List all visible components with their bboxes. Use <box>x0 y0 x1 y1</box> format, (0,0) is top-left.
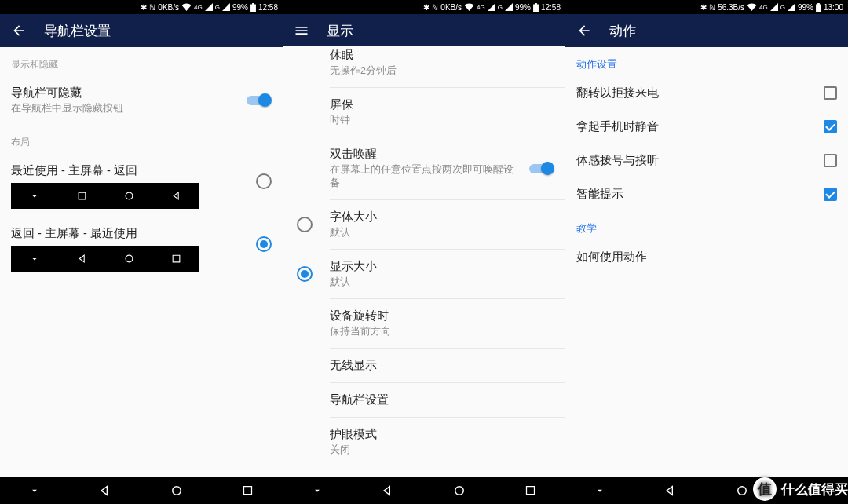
bluetooth-icon: ✱ <box>700 3 707 12</box>
back-arrow-icon[interactable] <box>11 23 27 38</box>
night-mode-row[interactable]: 护眼模式 关闭 <box>283 418 565 466</box>
bluetooth-icon: ✱ <box>423 3 429 12</box>
how-to-row[interactable]: 如何使用动作 <box>565 240 848 274</box>
appbar: 导航栏设置 <box>0 14 283 47</box>
nav-back-icon[interactable] <box>663 484 676 497</box>
nav-back-icon[interactable] <box>381 484 393 497</box>
chevron-down-icon <box>20 246 49 272</box>
screen-actions-settings: ✱ ℕ 56.3B/s 4G G 99% 13:00 动作 动作设置 翻转以拒接… <box>565 0 848 477</box>
back-nav-icon <box>161 183 191 209</box>
gesture-call-row[interactable]: 体感拨号与接听 <box>565 144 848 177</box>
item-label: 双击唤醒 <box>330 147 520 162</box>
wireless-display-row[interactable]: 无线显示 <box>283 349 565 382</box>
nav-recents-icon[interactable] <box>242 484 254 496</box>
item-label: 如何使用动作 <box>576 250 837 265</box>
battery-percent: 99% <box>232 3 248 12</box>
network-g-icon: G <box>215 4 220 11</box>
network-g-icon: G <box>498 4 503 11</box>
checkbox[interactable] <box>824 120 837 133</box>
nav-home-icon[interactable] <box>735 484 749 498</box>
font-size-row[interactable]: 字体大小 默认 <box>283 200 565 249</box>
nav-collapse-icon[interactable] <box>312 485 323 496</box>
section-tutorial: 教学 <box>565 211 848 240</box>
layout-label: 返回 - 主屏幕 - 最近使用 <box>11 217 240 241</box>
page-title: 导航栏设置 <box>44 22 111 40</box>
checkbox[interactable] <box>824 188 837 201</box>
nav-preview <box>11 246 199 272</box>
section-layout: 布局 <box>0 125 283 154</box>
watermark-text: 什么值得买 <box>781 480 848 499</box>
smart-hint-row[interactable]: 智能提示 <box>565 177 848 211</box>
item-label: 休眠 <box>330 48 554 63</box>
wifi-icon <box>181 3 192 11</box>
system-nav-bar <box>0 477 848 504</box>
system-nav-set <box>0 477 283 504</box>
nav-home-icon[interactable] <box>170 484 184 498</box>
nav-home-icon[interactable] <box>452 484 466 498</box>
checkbox[interactable] <box>824 86 837 100</box>
screensaver-row[interactable]: 屏保 时钟 <box>283 88 565 137</box>
network-g-icon: G <box>780 4 785 11</box>
item-label: 无线显示 <box>330 358 554 373</box>
doubletap-wake-row[interactable]: 双击唤醒 在屏幕上的任意位置点按两次即可唤醒设备 <box>283 137 565 199</box>
layout-option-2[interactable]: 返回 - 主屏幕 - 最近使用 <box>0 217 283 279</box>
item-label: 导航栏可隐藏 <box>11 86 237 100</box>
flip-reject-row[interactable]: 翻转以拒接来电 <box>565 76 848 110</box>
item-sublabel: 关闭 <box>330 444 554 457</box>
clock-time: 12:58 <box>541 3 561 12</box>
system-nav-set <box>283 477 565 504</box>
back-nav-icon <box>67 246 97 272</box>
wifi-icon <box>747 3 757 11</box>
nav-recents-icon[interactable] <box>525 484 536 496</box>
item-label: 屏保 <box>330 97 554 112</box>
checkbox[interactable] <box>824 154 837 167</box>
pickup-mute-row[interactable]: 拿起手机时静音 <box>565 110 848 144</box>
radio-button[interactable] <box>297 217 313 232</box>
section-actions: 动作设置 <box>565 47 848 76</box>
navbar-hideable-row[interactable]: 导航栏可隐藏 在导航栏中显示隐藏按钮 <box>0 76 283 125</box>
sleep-row[interactable]: 休眠 无操作2分钟后 <box>283 46 565 87</box>
item-sublabel: 保持当前方向 <box>330 325 554 338</box>
switch-toggle[interactable] <box>528 162 554 176</box>
battery-icon <box>533 3 539 12</box>
rotate-row[interactable]: 设备旋转时 保持当前方向 <box>283 299 565 348</box>
status-bar: ✱ ℕ 0KB/s 4G G 99% 12:58 <box>283 0 565 14</box>
home-icon <box>114 183 144 209</box>
screen-display-settings: ✱ ℕ 0KB/s 4G G 99% 12:58 显示 休眠 无操作2分钟后 <box>283 0 565 477</box>
navbar-settings-row[interactable]: 导航栏设置 <box>283 383 565 417</box>
item-sublabel: 无操作2分钟后 <box>330 64 554 78</box>
item-label: 设备旋转时 <box>330 309 554 323</box>
menu-icon[interactable] <box>294 23 309 38</box>
network-4g-icon: 4G <box>759 4 768 11</box>
display-size-row[interactable]: 显示大小 默认 <box>283 250 565 298</box>
network-4g-icon: 4G <box>194 4 203 11</box>
nav-preview <box>11 183 199 209</box>
clock-time: 12:58 <box>258 3 278 12</box>
nfc-icon: ℕ <box>709 3 715 12</box>
layout-option-1[interactable]: 最近使用 - 主屏幕 - 返回 <box>0 154 283 217</box>
back-arrow-icon[interactable] <box>576 23 592 38</box>
battery-percent: 99% <box>798 3 813 12</box>
nav-back-icon[interactable] <box>98 484 111 497</box>
svg-point-2 <box>172 486 181 495</box>
svg-point-1 <box>126 255 133 262</box>
item-label: 翻转以拒接来电 <box>576 86 816 100</box>
radio-button[interactable] <box>256 173 272 189</box>
recents-icon <box>67 183 97 209</box>
page-title: 动作 <box>609 22 636 40</box>
nav-collapse-icon[interactable] <box>594 485 605 496</box>
battery-icon <box>816 3 821 12</box>
signal-icon <box>205 3 213 11</box>
nav-collapse-icon[interactable] <box>29 485 40 496</box>
status-bar: ✱ ℕ 56.3B/s 4G G 99% 13:00 <box>565 0 848 14</box>
clock-time: 13:00 <box>824 3 843 12</box>
content: 显示和隐藏 导航栏可隐藏 在导航栏中显示隐藏按钮 布局 最近使用 - 主屏幕 -… <box>0 47 283 477</box>
switch-toggle[interactable] <box>245 93 272 108</box>
radio-button[interactable] <box>256 236 272 252</box>
recents-icon <box>161 246 191 272</box>
content: 休眠 无操作2分钟后 屏保 时钟 双击唤醒 在屏幕上的任意位置点按两次即可唤醒设… <box>283 46 565 477</box>
section-show-hide: 显示和隐藏 <box>0 47 283 76</box>
radio-button[interactable] <box>297 266 313 282</box>
nfc-icon: ℕ <box>149 3 155 12</box>
item-label: 显示大小 <box>330 259 554 274</box>
